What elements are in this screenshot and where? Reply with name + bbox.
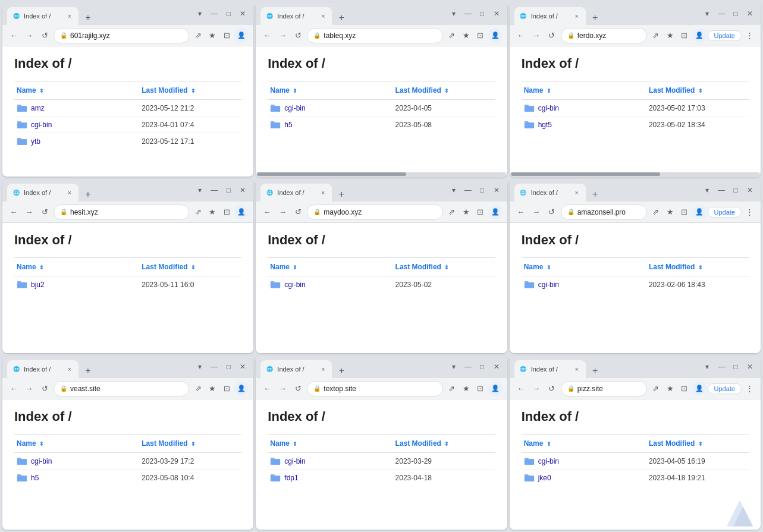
maximize-button[interactable]: □ bbox=[222, 8, 234, 20]
close-button[interactable]: ✕ bbox=[237, 361, 249, 373]
url-bar[interactable]: 🔒amazonsell.pro bbox=[561, 204, 647, 220]
chevron-down-icon[interactable]: ▾ bbox=[194, 184, 206, 196]
reader-mode-icon[interactable]: ⊡ bbox=[678, 206, 691, 219]
reload-button[interactable]: ↺ bbox=[545, 382, 558, 395]
new-tab-button[interactable]: + bbox=[334, 187, 348, 202]
new-tab-button[interactable]: + bbox=[334, 364, 348, 378]
reload-button[interactable]: ↺ bbox=[38, 382, 51, 395]
reader-mode-icon[interactable]: ⊡ bbox=[678, 382, 691, 395]
new-tab-button[interactable]: + bbox=[81, 11, 95, 25]
close-button[interactable]: ✕ bbox=[237, 8, 249, 20]
file-link[interactable]: amz bbox=[31, 104, 45, 112]
back-button[interactable]: ← bbox=[260, 29, 274, 42]
new-tab-button[interactable]: + bbox=[588, 364, 602, 378]
reload-button[interactable]: ↺ bbox=[291, 382, 304, 395]
forward-button[interactable]: → bbox=[23, 382, 36, 395]
menu-button[interactable]: ⋮ bbox=[743, 29, 756, 42]
reader-mode-icon[interactable]: ⊡ bbox=[474, 29, 487, 42]
url-bar[interactable]: 🔒pizz.site bbox=[561, 381, 647, 396]
maximize-button[interactable]: □ bbox=[730, 184, 742, 196]
active-tab[interactable]: 🌐Index of /× bbox=[7, 360, 79, 378]
bookmark-icon[interactable]: ★ bbox=[664, 206, 677, 219]
bookmark-icon[interactable]: ★ bbox=[460, 29, 473, 42]
profile-button[interactable]: 👤 bbox=[488, 205, 503, 219]
url-bar[interactable]: 🔒ferdo.xyz bbox=[561, 28, 647, 43]
file-link[interactable]: cgi-bin bbox=[538, 281, 559, 289]
modified-column-header[interactable]: Last Modified ⇕ bbox=[393, 435, 495, 453]
maximize-button[interactable]: □ bbox=[222, 184, 234, 196]
close-button[interactable]: ✕ bbox=[491, 184, 503, 196]
update-button[interactable]: Update bbox=[708, 207, 742, 218]
chevron-down-icon[interactable]: ▾ bbox=[448, 361, 460, 373]
bookmark-icon[interactable]: ★ bbox=[664, 382, 677, 395]
active-tab[interactable]: 🌐Index of /× bbox=[260, 360, 332, 378]
reload-button[interactable]: ↺ bbox=[291, 29, 304, 42]
profile-button[interactable]: 👤 bbox=[692, 382, 707, 396]
horizontal-scrollbar[interactable] bbox=[256, 172, 507, 177]
profile-button[interactable]: 👤 bbox=[234, 205, 249, 219]
file-link[interactable]: cgi-bin bbox=[284, 457, 305, 465]
reload-button[interactable]: ↺ bbox=[38, 206, 51, 219]
share-icon[interactable]: ⇗ bbox=[445, 29, 459, 42]
new-tab-button[interactable]: + bbox=[81, 364, 95, 378]
share-icon[interactable]: ⇗ bbox=[649, 29, 662, 42]
chevron-down-icon[interactable]: ▾ bbox=[448, 184, 460, 196]
profile-button[interactable]: 👤 bbox=[234, 382, 249, 396]
reader-mode-icon[interactable]: ⊡ bbox=[220, 382, 233, 395]
tab-close-button[interactable]: × bbox=[573, 188, 581, 197]
forward-button[interactable]: → bbox=[276, 382, 289, 395]
bookmark-icon[interactable]: ★ bbox=[206, 206, 219, 219]
chevron-down-icon[interactable]: ▾ bbox=[448, 8, 460, 20]
reader-mode-icon[interactable]: ⊡ bbox=[220, 206, 233, 219]
new-tab-button[interactable]: + bbox=[588, 187, 602, 202]
profile-button[interactable]: 👤 bbox=[692, 205, 707, 219]
forward-button[interactable]: → bbox=[23, 29, 36, 42]
file-link[interactable]: hgt5 bbox=[538, 121, 552, 129]
name-column-header[interactable]: Name ⇕ bbox=[522, 258, 646, 276]
maximize-button[interactable]: □ bbox=[222, 361, 234, 373]
chevron-down-icon[interactable]: ▾ bbox=[194, 361, 206, 373]
modified-column-header[interactable]: Last Modified ⇕ bbox=[139, 435, 241, 453]
minimize-button[interactable]: — bbox=[715, 361, 727, 373]
modified-column-header[interactable]: Last Modified ⇕ bbox=[393, 81, 495, 100]
back-button[interactable]: ← bbox=[260, 382, 274, 395]
file-link[interactable]: cgi-bin bbox=[31, 121, 52, 129]
file-link[interactable]: jke0 bbox=[538, 474, 551, 482]
modified-column-header[interactable]: Last Modified ⇕ bbox=[139, 81, 241, 100]
back-button[interactable]: ← bbox=[7, 206, 20, 219]
name-column-header[interactable]: Name ⇕ bbox=[522, 435, 646, 453]
menu-button[interactable]: ⋮ bbox=[743, 382, 756, 395]
update-button[interactable]: Update bbox=[708, 30, 742, 41]
update-button[interactable]: Update bbox=[708, 383, 742, 394]
new-tab-button[interactable]: + bbox=[588, 11, 602, 25]
bookmark-icon[interactable]: ★ bbox=[460, 206, 473, 219]
bookmark-icon[interactable]: ★ bbox=[664, 29, 677, 42]
maximize-button[interactable]: □ bbox=[476, 361, 488, 373]
new-tab-button[interactable]: + bbox=[81, 187, 95, 202]
chevron-down-icon[interactable]: ▾ bbox=[701, 361, 713, 373]
menu-button[interactable]: ⋮ bbox=[743, 206, 756, 219]
reload-button[interactable]: ↺ bbox=[38, 29, 51, 42]
file-link[interactable]: h5 bbox=[284, 121, 292, 129]
forward-button[interactable]: → bbox=[530, 29, 543, 42]
reader-mode-icon[interactable]: ⊡ bbox=[474, 206, 487, 219]
chevron-down-icon[interactable]: ▾ bbox=[701, 184, 713, 196]
chevron-down-icon[interactable]: ▾ bbox=[194, 8, 206, 20]
modified-column-header[interactable]: Last Modified ⇕ bbox=[646, 435, 749, 453]
share-icon[interactable]: ⇗ bbox=[649, 382, 662, 395]
reload-button[interactable]: ↺ bbox=[545, 29, 558, 42]
active-tab[interactable]: 🌐Index of /× bbox=[260, 184, 332, 202]
tab-close-button[interactable]: × bbox=[65, 188, 74, 197]
active-tab[interactable]: 🌐Index of /× bbox=[260, 7, 332, 25]
forward-button[interactable]: → bbox=[23, 206, 36, 219]
active-tab[interactable]: 🌐Index of /× bbox=[7, 184, 79, 202]
active-tab[interactable]: 🌐Index of /× bbox=[514, 7, 586, 25]
reader-mode-icon[interactable]: ⊡ bbox=[220, 29, 233, 42]
file-link[interactable]: fdp1 bbox=[284, 474, 298, 482]
url-bar[interactable]: 🔒hesit.xyz bbox=[54, 204, 189, 220]
close-button[interactable]: ✕ bbox=[744, 8, 756, 20]
bookmark-icon[interactable]: ★ bbox=[206, 29, 219, 42]
file-link[interactable]: cgi-bin bbox=[284, 104, 305, 112]
close-button[interactable]: ✕ bbox=[491, 8, 503, 20]
close-button[interactable]: ✕ bbox=[237, 184, 249, 196]
